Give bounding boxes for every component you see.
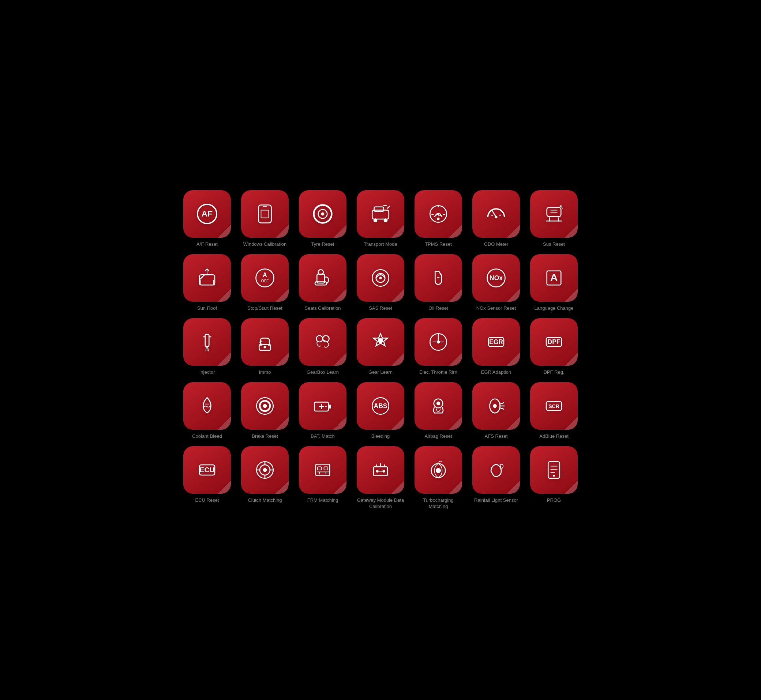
elec-throttle-icon-box	[415, 318, 462, 366]
airbag-reset[interactable]: Airbag Reset	[413, 382, 464, 440]
sun-roof[interactable]: Sun Roof	[182, 254, 233, 312]
frm-matching[interactable]: FRM Matching	[297, 446, 348, 510]
svg-text:+: +	[325, 404, 327, 408]
ecu-reset[interactable]: ECUECU Reset	[182, 446, 233, 510]
gear-learn[interactable]: Gear Learn	[355, 318, 406, 376]
immo-label: Immo	[259, 369, 271, 376]
svg-point-70	[436, 468, 441, 473]
turbocharging-label: Turbocharging Matching	[415, 497, 462, 510]
adblue-reset[interactable]: SCRAdBlue Reset	[528, 382, 579, 440]
af-reset[interactable]: AFA/F Reset	[182, 190, 233, 248]
dpf-reg-icon-box: DPF	[530, 318, 578, 366]
odo-meter[interactable]: ODO Meter	[470, 190, 522, 248]
frm-matching-label: FRM Matching	[307, 497, 338, 504]
tpms-reset-icon-box: PSI	[415, 190, 462, 238]
gateway-module-label: Gateway Module Data Calibration	[357, 497, 404, 510]
clutch-matching[interactable]: Clutch Matching	[239, 446, 291, 510]
svg-point-8	[384, 219, 388, 223]
gear-learn-icon-box	[357, 318, 404, 366]
nox-sensor-reset[interactable]: NOxNOx Sensor Reset	[470, 254, 522, 312]
gearbox-learn[interactable]: GearBox Learn	[297, 318, 348, 376]
tyre-reset-label: Tyre Reset	[312, 241, 334, 248]
svg-rect-15	[199, 275, 215, 285]
svg-point-24	[379, 277, 382, 280]
turbocharging[interactable]: Turbocharging Matching	[413, 446, 464, 510]
language-change-label: Language Change	[534, 305, 574, 312]
bat-match[interactable]: +BAT. Match	[297, 382, 348, 440]
tyre-reset[interactable]: Tyre Reset	[297, 190, 348, 248]
adblue-reset-icon-box: SCR	[530, 382, 578, 430]
svg-point-67	[376, 470, 379, 472]
transport-mode-icon-box	[357, 190, 404, 238]
sus-reset[interactable]: Sus Reset	[528, 190, 579, 248]
coolant-bleed-icon-box	[183, 382, 231, 430]
turbocharging-icon-box	[415, 446, 462, 494]
tpms-reset-label: TPMS Reset	[425, 241, 452, 248]
transport-mode[interactable]: Transport Mode	[355, 190, 406, 248]
main-grid: AFA/F ResetWindows CalibrationTyre Reset…	[173, 181, 588, 518]
svg-point-32	[316, 336, 323, 342]
svg-text:AF: AF	[202, 209, 213, 218]
injector[interactable]: Injector	[182, 318, 233, 376]
gear-learn-label: Gear Learn	[368, 369, 393, 376]
sas-reset[interactable]: SAS Reset	[355, 254, 406, 312]
svg-point-4	[321, 212, 324, 216]
adblue-reset-label: AdBlue Reset	[539, 433, 568, 440]
coolant-bleed[interactable]: Coolant Bleed	[182, 382, 233, 440]
svg-point-7	[374, 219, 377, 223]
stop-start-reset[interactable]: AOFFStop/Start Reset	[239, 254, 291, 312]
brake-reset-icon-box	[241, 382, 289, 430]
sas-reset-label: SAS Reset	[369, 305, 392, 312]
svg-point-68	[382, 470, 385, 472]
elec-throttle-label: Elec. Throttle Rlrn	[419, 369, 457, 376]
bat-match-label: BAT. Match	[311, 433, 335, 440]
svg-rect-29	[205, 334, 209, 346]
af-reset-label: A/F Reset	[196, 241, 218, 248]
egr-adaption-icon-box: EGR	[472, 318, 520, 366]
oil-reset[interactable]: Oil Reset	[413, 254, 464, 312]
odo-meter-icon-box	[472, 190, 520, 238]
elec-throttle[interactable]: Elec. Throttle Rlrn	[413, 318, 464, 376]
seats-calibration[interactable]: Seats Calibration	[297, 254, 348, 312]
dpf-reg[interactable]: DPFDPF Reg.	[528, 318, 579, 376]
seats-calibration-label: Seats Calibration	[305, 305, 341, 312]
nox-sensor-reset-icon-box: NOx	[472, 254, 520, 302]
brake-reset-label: Brake Reset	[252, 433, 278, 440]
svg-point-62	[263, 468, 267, 472]
svg-point-31	[264, 346, 266, 348]
svg-point-53	[437, 402, 440, 406]
rainfall-sensor[interactable]: Rainfall Light Sensor	[470, 446, 522, 510]
immo[interactable]: Immo	[239, 318, 291, 376]
tpms-reset[interactable]: PSITPMS Reset	[413, 190, 464, 248]
svg-point-13	[495, 216, 498, 219]
sas-reset-icon-box	[357, 254, 404, 302]
windows-calibration-icon-box	[241, 190, 289, 238]
afs-reset-label: AFS Reset	[485, 433, 508, 440]
svg-rect-65	[324, 467, 328, 470]
bleeding[interactable]: ABSBleeding	[355, 382, 406, 440]
language-change[interactable]: ALanguage Change	[528, 254, 579, 312]
prog-icon-box	[530, 446, 578, 494]
svg-point-10	[437, 217, 440, 220]
oil-reset-label: Oil Reset	[428, 305, 448, 312]
brake-reset[interactable]: Brake Reset	[239, 382, 291, 440]
dpf-reg-label: DPF Reg.	[543, 369, 564, 376]
sus-reset-label: Sus Reset	[543, 241, 565, 248]
egr-adaption[interactable]: EGREGR Adaption	[470, 318, 522, 376]
immo-icon-box	[241, 318, 289, 366]
windows-calibration-label: Windows Calibration	[243, 241, 287, 248]
svg-text:A: A	[263, 272, 267, 278]
svg-text:DPF: DPF	[548, 338, 561, 345]
gateway-module[interactable]: Gateway Module Data Calibration	[355, 446, 406, 510]
svg-point-55	[493, 404, 497, 408]
prog[interactable]: PROG	[528, 446, 579, 510]
rainfall-sensor-icon-box	[472, 446, 520, 494]
language-change-icon-box: A	[530, 254, 578, 302]
seats-calibration-icon-box	[299, 254, 346, 302]
transport-mode-label: Transport Mode	[364, 241, 397, 248]
stop-start-reset-label: Stop/Start Reset	[247, 305, 282, 312]
bleeding-icon-box: ABS	[357, 382, 404, 430]
svg-point-34	[378, 338, 383, 344]
afs-reset[interactable]: AFS Reset	[470, 382, 522, 440]
windows-calibration[interactable]: Windows Calibration	[239, 190, 291, 248]
